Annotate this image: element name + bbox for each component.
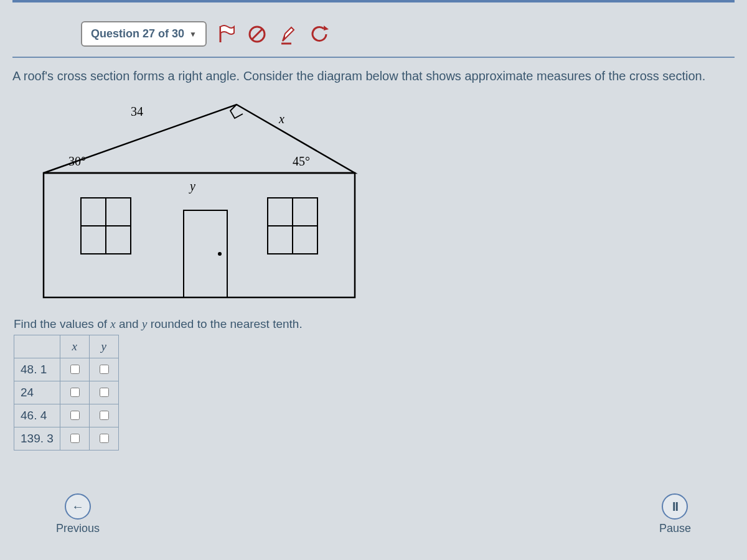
label-45deg: 45° xyxy=(293,154,310,169)
checkbox-y-2[interactable] xyxy=(100,411,109,420)
checkbox-y-3[interactable] xyxy=(100,434,109,443)
previous-label: Previous xyxy=(56,522,100,535)
checkbox-y-1[interactable] xyxy=(100,388,109,397)
label-x: x xyxy=(279,112,284,126)
flag-icon[interactable] xyxy=(218,25,235,44)
question-selector[interactable]: Question 27 of 30 ▼ xyxy=(81,21,207,47)
table-row: 48. 1 xyxy=(14,358,119,381)
table-row: 46. 4 xyxy=(14,404,119,427)
question-label: Question 27 of 30 xyxy=(91,27,184,40)
pen-icon[interactable] xyxy=(279,24,298,45)
arrow-left-icon: ← xyxy=(65,493,91,520)
row-value: 46. 4 xyxy=(14,404,60,427)
table-row: 139. 3 xyxy=(14,427,119,450)
header-blank xyxy=(14,335,60,358)
label-34: 34 xyxy=(131,105,143,119)
house-diagram: 34 x 30° 45° y xyxy=(25,92,361,310)
question-toolbar: Question 27 of 30 ▼ xyxy=(12,21,735,57)
question-prompt: A roof's cross section forms a right ang… xyxy=(12,69,735,83)
header-x: x xyxy=(60,335,89,358)
header-y: y xyxy=(89,335,118,358)
pause-icon: II xyxy=(662,493,688,520)
pause-label: Pause xyxy=(659,522,691,535)
row-value: 139. 3 xyxy=(14,427,60,450)
chevron-down-icon: ▼ xyxy=(189,30,197,39)
checkbox-y-0[interactable] xyxy=(100,365,109,374)
checkbox-x-2[interactable] xyxy=(70,411,80,420)
instruction-text: Find the values of x and y rounded to th… xyxy=(14,317,735,331)
label-30deg: 30° xyxy=(68,154,86,169)
svg-line-1 xyxy=(252,29,262,39)
refresh-icon[interactable] xyxy=(310,25,330,44)
answer-table: x y 48. 1 24 46. 4 139. 3 xyxy=(14,335,119,450)
previous-button[interactable]: ← Previous xyxy=(56,493,100,535)
pause-button[interactable]: II Pause xyxy=(659,493,691,535)
checkbox-x-1[interactable] xyxy=(70,388,80,397)
clear-icon[interactable] xyxy=(248,25,266,44)
svg-point-9 xyxy=(218,252,222,256)
svg-rect-3 xyxy=(44,173,355,297)
checkbox-x-3[interactable] xyxy=(70,434,80,443)
label-y: y xyxy=(190,179,195,194)
checkbox-x-0[interactable] xyxy=(70,365,80,374)
table-row: 24 xyxy=(14,381,119,404)
row-value: 48. 1 xyxy=(14,358,60,381)
row-value: 24 xyxy=(14,381,60,404)
